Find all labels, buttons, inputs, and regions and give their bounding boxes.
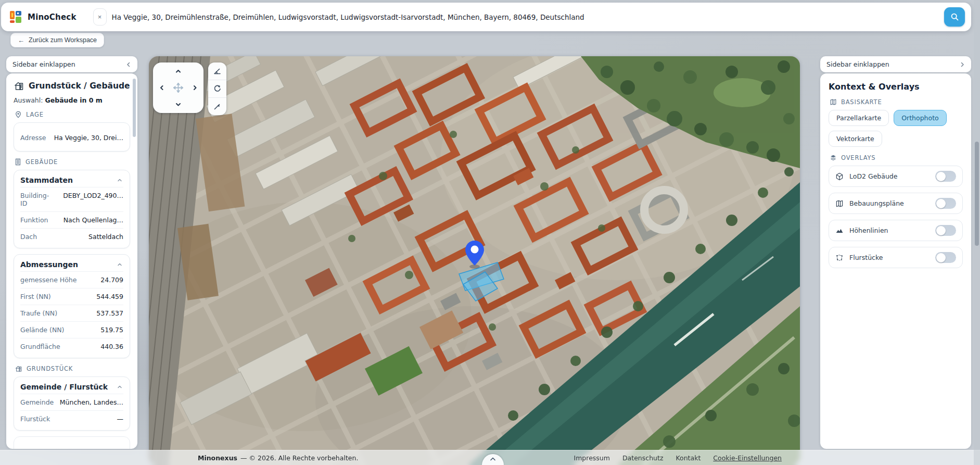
mountains-icon [835,227,844,235]
overlay-label: LoD2 Gebäude [849,172,930,180]
partially-visible-card [14,436,130,449]
pan-down-button[interactable] [170,96,186,113]
basemap-parzellarkarte-button[interactable]: Parzellarkarte [829,110,889,126]
row-value: — [117,415,124,423]
stammdaten-card: Stammdaten Building-ID DEBY_LOD2_490… Fu… [14,170,130,248]
row-value: DEBY_LOD2_490… [63,192,123,199]
chevron-up-icon [117,384,122,389]
map-canvas[interactable] [149,56,800,465]
back-to-workspace-label: Zurück zum Workspace [29,36,97,44]
row-value: München, Landes… [60,398,123,406]
row-value: 440.36 [100,343,123,350]
toggle-flurstuecke[interactable] [935,252,956,263]
rotate-reset-button[interactable] [208,80,226,97]
row-value: Nach Quellenlag… [63,216,123,224]
row-value: 519.75 [100,326,123,334]
chevron-up-icon [175,68,182,74]
pan-right-button[interactable] [187,79,203,96]
page-scrollbar-thumb[interactable] [975,142,979,246]
gemeinde-flurstueck-card: Gemeinde / Flurstück Gemeinde München, L… [14,376,130,431]
right-sidebar-collapse-bar[interactable]: Sidebar einklappen [820,56,971,72]
footer-link-cookie-einstellungen[interactable]: Cookie-Einstellungen [713,454,782,462]
row-value: 24.709 [100,276,123,284]
chevron-up-icon [490,457,496,461]
cube-3d-icon [835,172,844,181]
section-basiskarte: BASISKARTE [830,98,962,106]
brand: MinoCheck [8,10,77,24]
building-icon [15,158,21,166]
row-value: 537.537 [96,309,123,317]
chevron-up-icon [117,262,122,267]
selection-value: Gebäude in 0 m [45,96,102,104]
map-pin-icon [15,111,22,118]
row-label: Funktion [20,216,48,224]
search-icon [950,12,959,21]
row-label: First (NN) [20,293,51,300]
basemap-icon [830,98,837,106]
toggle-knob [936,199,946,208]
row-value: 544.459 [96,293,123,300]
chevron-right-icon [960,62,965,67]
angle-icon [213,67,222,76]
footer-link-kontakt[interactable]: Kontakt [676,454,701,462]
selection-summary: Auswahl: Gebäude in 0 m [14,96,130,104]
left-sidebar-collapse-bar[interactable]: Sidebar einklappen [6,56,137,72]
panel-scrollbar-thumb[interactable] [133,79,136,137]
house-icon [15,365,22,372]
basemap-vektorkarte-button[interactable]: Vektorkarte [829,131,882,147]
app-title: MinoCheck [28,12,77,22]
toggle-lod2-gebaeude[interactable] [935,171,956,182]
row-label: Building-ID [20,192,52,207]
toggle-knob [936,253,946,262]
chevron-down-icon [175,101,182,108]
overlay-label: Flurstücke [849,254,930,261]
building-detail-panel: Grundstück / Gebäude Auswahl: Gebäude in… [6,73,137,449]
left-sidebar: Sidebar einklappen Grundstück / Gebäude … [6,56,137,449]
section-gebaeude: GEBÄUDE [15,158,129,166]
pan-left-button[interactable] [153,79,170,96]
measure-slope-button[interactable] [208,97,226,115]
collapse-gemeinde-button[interactable] [116,383,123,391]
collapse-abmessungen-button[interactable] [116,261,123,268]
row-label: Flurstück [20,415,50,423]
overlay-item-lod2: LoD2 Gebäude [829,166,963,187]
footer-brand: Minonexus [198,454,237,462]
pan-center-button[interactable] [170,79,186,96]
address-label: Adresse [20,134,46,142]
footer-link-datenschutz[interactable]: Datenschutz [622,454,664,462]
row-label: Grundfläche [20,343,60,350]
search-input[interactable] [112,13,937,21]
gemeinde-title: Gemeinde / Flurstück [20,383,108,391]
measure-angle-button[interactable] [208,62,226,80]
pan-up-button[interactable] [170,62,186,79]
context-overlays-panel: Kontext & Overlays BASISKARTE Parzellark… [820,73,971,449]
layers-icon [830,154,837,161]
row-label: Gemeinde [20,398,54,406]
chevron-up-icon [117,178,122,183]
footer-links: Impressum Datenschutz Kontakt Cookie-Ein… [574,454,782,462]
footer-copyright: — © 2026. Alle Rechte vorbehalten. [240,454,358,462]
minocheck-logo-icon [8,10,23,24]
search-button[interactable] [944,7,965,27]
basemap-orthophoto-button[interactable]: Orthophoto [894,110,947,126]
section-lage: LAGE [15,111,129,118]
page-scrollbar[interactable] [974,0,980,465]
panel-title: Grundstück / Gebäude [29,81,130,91]
toggle-bebauungsplaene[interactable] [935,198,956,209]
right-sidebar: Sidebar einklappen Kontext & Overlays BA… [820,56,971,449]
abmessungen-card: Abmessungen gemessene Höhe 24.709 First … [14,254,130,358]
overlay-item-bebauungsplaene: Bebauungspläne [829,193,963,214]
collapse-stammdaten-button[interactable] [116,177,123,184]
search-clear-button[interactable]: × [93,8,107,26]
toggle-knob [936,172,946,181]
overlay-label: Höhenlinien [849,227,930,234]
parcel-icon [835,254,844,262]
chevron-right-icon [192,84,198,91]
back-to-workspace-button[interactable]: ← Zurück zum Workspace [10,33,104,47]
toggle-hoehenlinien[interactable] [935,225,956,236]
row-label: Gelände (NN) [20,326,65,334]
row-label: gemessene Höhe [20,276,77,284]
basemap-buttons: Parzellarkarte Orthophoto Vektorkarte [829,110,963,147]
abmessungen-title: Abmessungen [20,260,78,269]
footer-link-impressum[interactable]: Impressum [574,454,609,462]
